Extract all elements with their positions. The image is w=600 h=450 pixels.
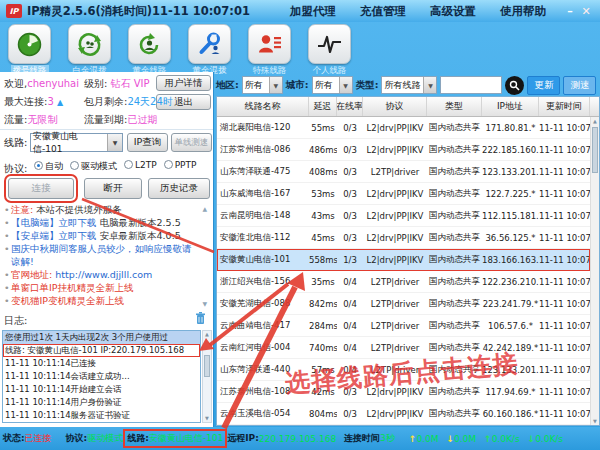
- traffic-label: 流量:: [4, 114, 27, 125]
- cell: 804ms: [309, 409, 337, 419]
- scroll-thumb[interactable]: [592, 127, 598, 173]
- table-row[interactable]: 云南红河电信-004740ms0/4L2TP|driver国内动态共享42.24…: [217, 337, 590, 359]
- cell: 42.242.189.*: [482, 343, 539, 353]
- city-select[interactable]: 所有: [312, 76, 353, 94]
- toolbar-item-platinum-mix[interactable]: 白金混拨: [66, 24, 113, 77]
- line-combobox-value: 安徽黄山电信-101: [33, 130, 107, 156]
- protocol-option-label: 自动: [45, 161, 63, 171]
- platinum-mix-icon: [68, 24, 111, 64]
- notice-text[interactable]: 【安卓端】立即下载: [11, 230, 100, 241]
- notice-scroll-down-icon[interactable]: ▼: [202, 300, 207, 307]
- protocol-option-2[interactable]: L2TP: [124, 160, 157, 173]
- close-button[interactable]: ✕: [578, 5, 594, 18]
- up-arrow-icon[interactable]: [57, 98, 63, 107]
- table-row[interactable]: 湖北襄阳电信-12055ms0/3L2|drv|PP|IKV国内动态共享171.…: [217, 117, 590, 139]
- column-header-0[interactable]: 线路名称: [217, 97, 309, 116]
- column-header-5[interactable]: IP地址: [482, 97, 539, 116]
- log-scroll-up-icon[interactable]: [205, 331, 209, 337]
- cell: 223.241.79.*: [482, 299, 539, 309]
- column-header-4[interactable]: 类型: [427, 97, 482, 116]
- search-icon[interactable]: [505, 76, 524, 95]
- table-row[interactable]: 云南昆明电信-14843ms0/3L2|drv|PP|IKV国内动态共享112.…: [217, 205, 590, 227]
- table-row[interactable]: 江苏常州电信-086486ms0/3L2|drv|PP|IKV国内动态共享222…: [217, 139, 590, 161]
- table-row[interactable]: 浙江绍兴电信-15635ms0/4L2TP|driver国内动态共享122.23…: [217, 271, 590, 293]
- table-row[interactable]: 安徽淮北电信-11245ms0/3L2|drv|PP|IKV国内动态共享36.5…: [217, 227, 590, 249]
- history-button[interactable]: 历史记录: [148, 178, 210, 199]
- table-row[interactable]: 江苏泰州电信-10842ms0/3L2|drv|PP|IKV国内动态共享117.…: [217, 381, 590, 403]
- column-header-1[interactable]: 延迟: [309, 97, 337, 116]
- search-input[interactable]: [440, 76, 502, 94]
- toolbar-item-gold-mix[interactable]: 黄金混拨: [186, 24, 233, 77]
- notice-scroll-up-icon[interactable]: [202, 205, 207, 212]
- log-line: 11-11 10:11:14已连接: [3, 357, 200, 370]
- minimize-button[interactable]: –: [562, 5, 578, 18]
- column-header-6[interactable]: 更新时间: [539, 97, 590, 116]
- log-scroll-down-icon[interactable]: [203, 415, 211, 421]
- menu-item-2[interactable]: 高级设置: [430, 4, 476, 19]
- protocol-option-1[interactable]: 驱动模式: [70, 160, 117, 173]
- table-row[interactable]: 山东菏泽联通-475408ms0/3L2TP|driver国内动态共享123.1…: [217, 161, 590, 183]
- upload-arrow-icon: ↑: [409, 434, 417, 444]
- column-header-3[interactable]: 协议: [363, 97, 427, 116]
- log-line: 11-11 10:11:14开始建立会话: [3, 383, 200, 396]
- ip-query-button[interactable]: IP查询: [127, 133, 168, 152]
- protocol-option-3[interactable]: PPTP: [164, 160, 197, 173]
- area-select[interactable]: 所有: [242, 76, 283, 94]
- single-speedtest-button[interactable]: 单线测速: [171, 133, 212, 152]
- traffic-row: 流量:无限制: [4, 113, 57, 127]
- toolbar-item-personal-lines[interactable]: 个人线路: [306, 24, 353, 77]
- notice-text[interactable]: 【电脑端】立即下载: [11, 217, 100, 228]
- protocol-option-0[interactable]: 自动: [34, 160, 63, 173]
- toolbar-item-special-lines[interactable]: 特殊线路: [246, 24, 293, 77]
- connect-button[interactable]: 连接: [8, 178, 74, 199]
- chevron-down-icon[interactable]: [269, 77, 282, 93]
- cell: 安徽淮北电信-112: [217, 232, 309, 244]
- notice-item: 变机猫IP变机精灵全新上线: [3, 294, 199, 307]
- table-row[interactable]: 云南曲靖电信-417284ms0/4L2TP|driver国内动态共享106.5…: [217, 315, 590, 337]
- column-header-2[interactable]: 在线率: [337, 97, 363, 116]
- chevron-down-icon[interactable]: [339, 77, 352, 93]
- clear-log-icon[interactable]: [195, 312, 206, 327]
- table-row[interactable]: 安徽芜湖电信-088842ms0/4L2TP|driver国内动态共享223.2…: [217, 293, 590, 315]
- table-row[interactable]: 云南玉溪电信-054804ms0/3L2|drv|PP|IKV国内动态共享60.…: [217, 403, 590, 425]
- table-scrollbar[interactable]: [590, 117, 599, 425]
- cell: 106.57.6.*: [482, 321, 539, 331]
- scroll-up-icon[interactable]: [591, 118, 599, 124]
- toolbar: 拨号线路白金混拨黄金线路黄金混拨特殊线路个人线路: [6, 24, 353, 77]
- table-row[interactable]: 安徽黄山电信-101558ms1/3L2|drv|PP|IKV国内动态共享183…: [217, 249, 590, 271]
- log-scroll-thumb[interactable]: [204, 355, 210, 377]
- log-line: 线路: 安徽黄山电信-101 IP:220.179.105.168: [3, 344, 200, 357]
- scroll-down-icon[interactable]: [591, 418, 599, 424]
- notice-text[interactable]: 国庆中秋期间客服人员较少，如响应慢敬请谅解!: [11, 243, 192, 267]
- type-select[interactable]: 所有线路: [381, 76, 437, 94]
- speedtest-button[interactable]: 测速: [563, 76, 596, 95]
- max-conn-label: 最大连接:: [4, 96, 47, 107]
- notice-text: 安卓最新版本4.0.5: [100, 230, 181, 241]
- line-combobox[interactable]: 安徽黄山电信-101: [30, 133, 123, 152]
- log-line: 11-11 10:11:14会话建立成功...: [3, 370, 200, 383]
- menu-item-0[interactable]: 加盟代理: [290, 4, 336, 19]
- menu-item-1[interactable]: 充值管理: [360, 4, 406, 19]
- username: chenyuhai: [27, 78, 79, 89]
- toolbar-item-gold-lines[interactable]: 黄金线路: [126, 24, 173, 77]
- cell: 11-11 10:07: [539, 299, 590, 309]
- menu-item-3[interactable]: 使用帮助: [500, 4, 546, 19]
- cell: 国内动态共享: [427, 122, 482, 134]
- notice-text[interactable]: http://www.djjlll.com: [55, 269, 152, 280]
- chevron-down-icon[interactable]: [107, 134, 122, 151]
- cell: 123.133.201.*: [482, 365, 539, 375]
- table-row[interactable]: 山东菏泽联通-44057ms0/4L2TP|driver国内动态共享123.13…: [217, 359, 590, 381]
- cell: 112.115.181.*: [482, 211, 539, 221]
- user-details-button[interactable]: 用户详情: [156, 75, 211, 91]
- chevron-down-icon[interactable]: [423, 77, 436, 93]
- update-button[interactable]: 更新: [527, 76, 560, 95]
- cell: 安徽芜湖电信-088: [217, 298, 309, 310]
- cell: 0/3: [337, 409, 363, 419]
- cell: L2|drv|PP|IKV: [363, 145, 427, 155]
- log-scrollbar[interactable]: [202, 330, 212, 423]
- city-label: 城市:: [286, 79, 309, 92]
- toolbar-item-dial-lines[interactable]: 拨号线路: [6, 24, 53, 77]
- disconnect-button[interactable]: 断开: [84, 178, 142, 199]
- table-row[interactable]: 山东威海电信-16753ms0/3L2|drv|PP|IKV国内动态共享122.…: [217, 183, 590, 205]
- cell: 222.185.160.*: [482, 145, 539, 155]
